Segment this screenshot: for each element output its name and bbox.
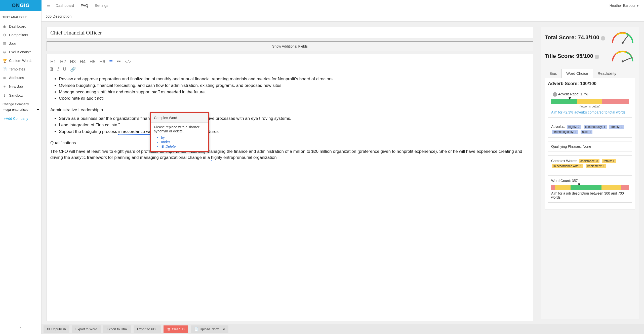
export-pdf-button[interactable]: Export to PDF <box>134 325 161 333</box>
bullet-item: Manage accounting staff; hire and retain… <box>59 89 530 95</box>
heading-h4-button[interactable]: H4 <box>80 59 86 64</box>
mail-icon: ✉ <box>47 327 50 331</box>
svg-line-0 <box>623 35 628 43</box>
complex-word-popup: Complex Word Please replace with a short… <box>150 112 209 152</box>
popup-suggestion[interactable]: under <box>161 140 205 144</box>
sidebar-item-exclusionary[interactable]: ⊘Exclusionary? <box>0 48 41 56</box>
word-count-aim: Aim for a job description between 300 an… <box>551 191 629 199</box>
bar-pointer-icon: ▼ <box>577 182 581 187</box>
nav-dashboard[interactable]: Dashboard <box>56 3 74 8</box>
block-icon: ⊘ <box>3 50 7 54</box>
bold-button[interactable]: B <box>50 67 53 72</box>
underline-button[interactable]: U <box>63 67 66 72</box>
tab-bias[interactable]: Bias <box>545 69 561 78</box>
chip[interactable]: implement: 1 <box>586 164 606 168</box>
gauge-icon: ◉ <box>3 24 7 28</box>
chip[interactable]: assistance: 3 <box>579 159 599 163</box>
sidebar-item-jobs[interactable]: ☰Jobs <box>0 39 41 48</box>
bullet-item: Support the budgeting process in accorda… <box>59 129 530 135</box>
adverb-score-title: Adverb Score: 100/100 <box>548 81 632 86</box>
heading-h5-button[interactable]: H5 <box>90 59 95 64</box>
link-icon[interactable]: 🔗 <box>70 66 76 72</box>
sidebar-item-attributes[interactable]: ≣Attributes <box>0 73 41 82</box>
chip[interactable]: in accordance with: 1 <box>552 164 583 168</box>
heading-h2-button[interactable]: H2 <box>60 59 66 64</box>
svg-point-3 <box>622 60 624 62</box>
chip[interactable]: retain: 1 <box>602 159 616 163</box>
heading-h6-button[interactable]: H6 <box>99 59 105 64</box>
chip[interactable]: technologically: 1 <box>552 130 578 134</box>
italic-button[interactable]: I <box>57 67 59 72</box>
bullet-item: Coordinate all audit acti <box>59 95 530 101</box>
title-score-label: Title Score: 95/100i <box>545 53 599 59</box>
sidebar: TEXT ANALYZER ◉Dashboard ⚙Competitors ☰J… <box>0 11 42 334</box>
top-nav: Dashboard FAQ Settings <box>56 3 108 8</box>
adverb-ratio-label: i Adverb Ratio: 1.7% <box>551 92 629 97</box>
score-tabs: Bias Word Choice Readability <box>545 69 635 78</box>
chip[interactable]: also: 1 <box>581 130 592 134</box>
adverb-ratio-card: i Adverb Ratio: 1.7% ▼ (lower is better)… <box>548 89 632 118</box>
word-count-bar: ▼ <box>551 185 629 190</box>
flagged-word-highly[interactable]: highly <box>211 155 222 161</box>
hamburger-icon[interactable]: ☰ <box>42 3 56 8</box>
clear-jd-button[interactable]: 🗑Clear JD <box>164 325 188 333</box>
nav-settings[interactable]: Settings <box>95 3 108 8</box>
info-icon[interactable]: i <box>595 55 599 59</box>
export-word-button[interactable]: Export to Word <box>72 325 101 333</box>
chip[interactable]: ideally: 1 <box>609 125 624 129</box>
info-icon[interactable]: i <box>601 36 605 41</box>
sidebar-item-custom-words[interactable]: 🏆Custom Words <box>0 56 41 65</box>
heading-h1-button[interactable]: H1 <box>50 59 56 64</box>
sidebar-item-competitors[interactable]: ⚙Competitors <box>0 31 41 39</box>
adverbs-card: Adverbs: highly: 2 continuously: 1 ideal… <box>548 121 632 138</box>
stack-icon: ≣ <box>3 76 7 80</box>
editor-toolbar-row2: B I U 🔗 <box>50 66 530 75</box>
svg-point-1 <box>622 42 624 44</box>
bullet-item: Serve as a business par the organization… <box>59 116 530 122</box>
ordered-list-icon[interactable]: ☲ <box>117 59 121 64</box>
user-menu[interactable]: Heather Barbour ▼ <box>610 4 639 8</box>
heading-h3-button[interactable]: H3 <box>70 59 76 64</box>
export-html-button[interactable]: Export to Html <box>103 325 131 333</box>
job-title-input[interactable]: Chief Financial Officer <box>47 27 533 39</box>
sidebar-item-new-job[interactable]: ＋New Job <box>0 82 41 91</box>
info-icon[interactable]: i <box>553 92 557 97</box>
flagged-phrase-in-accordance-with[interactable]: in accordance with <box>118 129 154 135</box>
unpublish-button[interactable]: ✉Unpublish <box>44 325 69 333</box>
tab-word-choice[interactable]: Word Choice <box>561 69 593 78</box>
upload-docx-button[interactable]: 📄Upload .docx File <box>191 325 228 333</box>
sidebar-item-templates[interactable]: 📄Templates <box>0 65 41 73</box>
editor-box: H1 H2 H3 H4 H5 H6 ☰ ☲ </> B I <box>47 54 533 321</box>
popup-delete-option[interactable]: 🗑 Delete <box>161 144 205 149</box>
list-icon: ☰ <box>3 42 7 46</box>
qualifying-card: Qualifying Phrases: None <box>548 141 632 152</box>
company-select[interactable]: mega-enterprises <box>1 107 40 112</box>
adverb-aim-link[interactable]: Aim for <2.3% adverbs compared to total … <box>551 110 629 114</box>
word-choice-panel: Adverb Score: 100/100 i Adverb Ratio: 1.… <box>545 78 635 209</box>
chip[interactable]: highly: 2 <box>567 125 581 129</box>
trash-icon: 🗑 <box>167 327 170 331</box>
code-icon[interactable]: </> <box>125 59 131 64</box>
brand-logo[interactable]: ONGIG <box>0 0 42 11</box>
chevron-left-icon: ‹ <box>20 325 21 329</box>
flagged-word-retain[interactable]: retain <box>125 90 135 95</box>
show-additional-fields-button[interactable]: Show Additional Fields <box>47 41 533 51</box>
add-company-button[interactable]: +Add Company <box>1 115 40 122</box>
change-company-label: Change Company <box>0 101 41 107</box>
bullet-list-icon[interactable]: ☰ <box>109 59 113 64</box>
total-score-label: Total Score: 74.3/100i <box>545 34 605 41</box>
file-icon: 📄 <box>3 67 7 71</box>
sidebar-item-sandbox[interactable]: ⤓Sandbox <box>0 91 41 100</box>
total-score-gauge <box>610 31 635 44</box>
sidebar-item-dashboard[interactable]: ◉Dashboard <box>0 22 41 31</box>
collapse-sidebar-button[interactable]: ‹ <box>0 323 41 331</box>
bullet-item: Lead integration of Fina cal staff. <box>59 122 530 128</box>
download-icon: ⤓ <box>3 93 7 97</box>
tab-readability[interactable]: Readability <box>593 69 621 78</box>
editor-body[interactable]: Review and approve preparation and final… <box>50 76 530 161</box>
popup-suggestion[interactable]: by <box>161 135 205 140</box>
nav-faq[interactable]: FAQ <box>80 3 88 8</box>
paragraph: The CFO will have at least five to eight… <box>50 149 530 161</box>
trash-icon: 🗑 <box>161 144 165 149</box>
chip[interactable]: continuously: 1 <box>584 125 607 129</box>
